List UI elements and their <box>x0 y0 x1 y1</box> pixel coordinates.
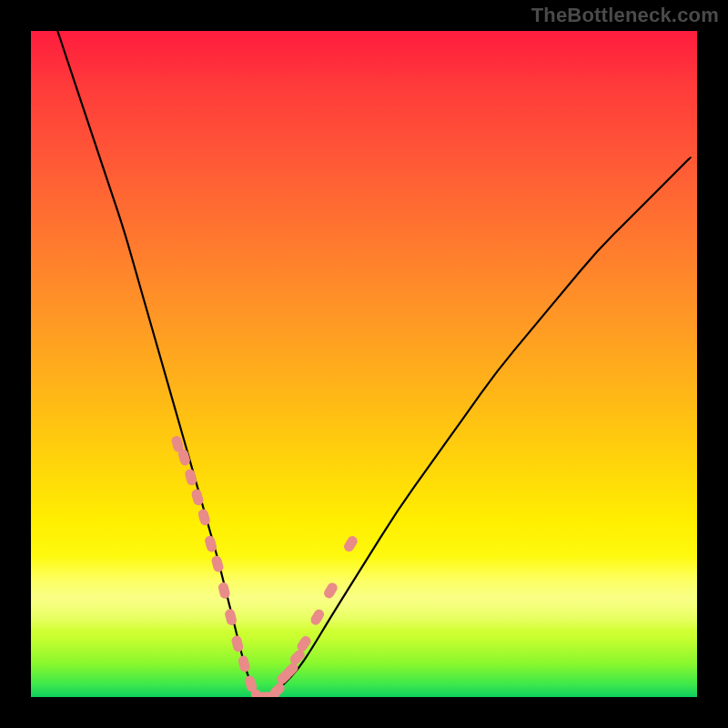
marker-pill <box>238 654 251 672</box>
chart-frame: TheBottleneck.com <box>0 0 728 728</box>
marker-pill <box>224 608 238 626</box>
plot-area <box>31 31 697 697</box>
watermark-text: TheBottleneck.com <box>531 4 719 27</box>
marker-pill <box>342 534 359 553</box>
marker-pill <box>308 608 326 627</box>
marker-pill <box>322 581 339 600</box>
marker-pill <box>230 634 244 652</box>
marker-pill <box>197 508 212 526</box>
marker-pill <box>210 554 225 572</box>
bottleneck-curve-path <box>57 31 690 697</box>
marker-cluster-group <box>170 435 359 697</box>
marker-pill <box>217 581 231 600</box>
curve-svg <box>31 31 697 697</box>
